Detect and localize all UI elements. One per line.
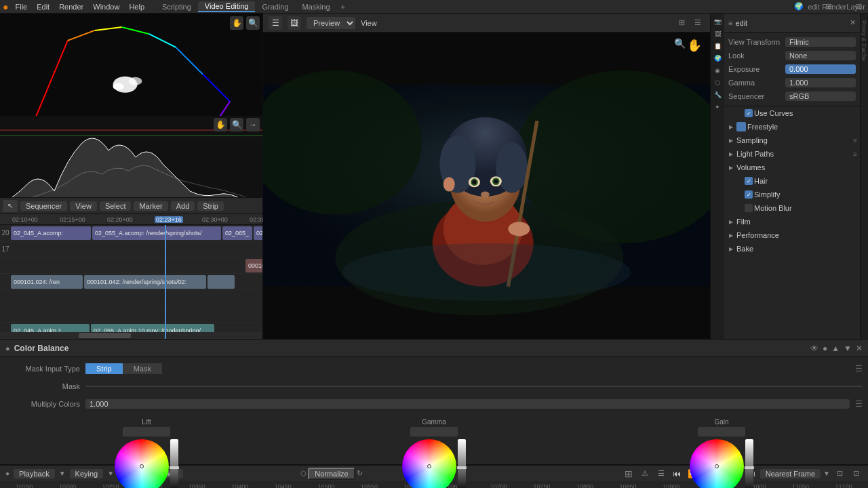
lift-color-wheel[interactable]	[115, 439, 169, 488]
pb-extra-icon2[interactable]: ⊡	[849, 467, 863, 481]
pb-icon1[interactable]: ⊞	[622, 467, 635, 481]
wf-hand-icon[interactable]: ✋	[214, 118, 227, 131]
view-layer-icon[interactable]: 📋	[712, 41, 723, 52]
pb-jump-start[interactable]: ⏮	[671, 469, 683, 479]
cb-close-icon[interactable]: ✕	[856, 344, 863, 353]
playback-btn[interactable]: Playback	[14, 469, 55, 479]
cb-down-icon[interactable]: ▼	[844, 344, 852, 353]
tree-hair[interactable]: ✓ Hair	[724, 174, 860, 188]
tree-simplify[interactable]: ✓ Simplify	[724, 188, 860, 201]
ws-masking[interactable]: Masking	[296, 2, 337, 12]
ws-grading[interactable]: Grading	[255, 2, 295, 12]
seq-scrollbar[interactable]	[0, 332, 262, 339]
preview-icon2[interactable]: ☰	[691, 16, 705, 30]
render-props-icon[interactable]: 📷	[712, 16, 723, 27]
strip-7[interactable]: 00010	[245, 259, 262, 272]
gamma-value[interactable]: 1.000	[785, 78, 856, 87]
cb-dot1-icon[interactable]: ●	[823, 344, 827, 353]
lift-input-bar[interactable]	[123, 427, 170, 436]
seq-add-btn[interactable]: Add	[171, 201, 195, 211]
gain-slider[interactable]	[745, 439, 753, 488]
object-props-icon[interactable]: ⬡	[712, 77, 723, 88]
simplify-checkbox[interactable]: ✓	[745, 190, 753, 199]
pb-icon3[interactable]: ☰	[654, 467, 668, 481]
cb-eye-icon[interactable]: 👁	[810, 344, 818, 353]
particles-icon[interactable]: ✦	[712, 102, 723, 113]
cb-multiply-menu[interactable]: ☰	[855, 399, 863, 409]
menu-edit[interactable]: Edit	[33, 2, 54, 12]
cb-mask-btn[interactable]: Mask	[123, 363, 162, 374]
preview-img-icon[interactable]: 🖼	[288, 16, 301, 30]
cb-expand-icon[interactable]: ●	[5, 344, 10, 352]
strip-10[interactable]: 000101.042: /render/spring/shots/02:	[84, 275, 206, 289]
seq-view-btn[interactable]: View	[70, 201, 97, 211]
tree-light-paths[interactable]: ▶ Light Paths ≡	[724, 147, 860, 161]
preview-mode-select[interactable]: Preview	[307, 17, 355, 29]
cb-up-icon[interactable]: ▲	[831, 344, 840, 353]
tree-use-curves[interactable]: ✓ Use Curves	[724, 106, 860, 120]
cb-side-menu[interactable]: ☰	[855, 364, 863, 373]
strip-1[interactable]: 02_045_A.acomp:	[11, 226, 91, 240]
seq-marker-btn[interactable]: Marker	[134, 201, 167, 211]
pb-icon2[interactable]: ⚠	[638, 467, 652, 481]
gain-color-wheel[interactable]	[690, 439, 744, 488]
ws-scripting[interactable]: Scripting	[155, 2, 198, 12]
ws-add[interactable]: +	[337, 2, 349, 12]
normalize-btn[interactable]: Normalize	[308, 468, 355, 480]
cb-strip-btn[interactable]: Strip	[85, 363, 123, 374]
gamma-slider[interactable]	[458, 439, 466, 488]
lift-slider[interactable]	[170, 439, 178, 488]
tree-bake[interactable]: ▶ Bake	[724, 242, 860, 256]
preview-menu-icon[interactable]: ☰	[269, 16, 282, 30]
strip-4[interactable]: 02_07	[254, 226, 262, 240]
strip-9[interactable]: 000101.024: /ren	[11, 275, 83, 289]
cb-mask-input[interactable]	[85, 386, 863, 387]
ws-video-editing[interactable]: Video Editing	[198, 1, 256, 12]
output-props-icon[interactable]: 🖼	[712, 28, 723, 39]
motion-blur-checkbox[interactable]	[745, 204, 753, 212]
seq-scrollbar-thumb[interactable]	[79, 333, 131, 338]
engine-icon[interactable]: 🌍	[792, 0, 806, 14]
view-transform-value[interactable]: Filmic	[785, 37, 856, 47]
cb-multiply-input[interactable]: 1.000	[85, 399, 850, 409]
use-curves-checkbox[interactable]: ✓	[745, 109, 753, 117]
normalize-refresh[interactable]: ↻	[357, 469, 363, 478]
scope-zoom-icon[interactable]: 🔍	[246, 16, 260, 30]
gamma-input-bar[interactable]	[410, 427, 458, 436]
exposure-value[interactable]: 0.000	[785, 64, 856, 74]
nearest-frame-arrow[interactable]: ▼	[823, 470, 830, 477]
menu-render[interactable]: Render	[55, 2, 87, 12]
strip-2[interactable]: 02_055_A.acomp: /render/spring/shots/	[92, 226, 221, 240]
panel-close-icon[interactable]: ✕	[850, 18, 856, 27]
seq-sequencer-btn[interactable]: Sequencer	[20, 201, 67, 211]
tree-volumes[interactable]: ▶ Volumes	[724, 161, 860, 174]
expand-icon[interactable]: ⊡	[852, 0, 865, 14]
sequencer-value[interactable]: sRGB	[785, 92, 856, 101]
keying-btn[interactable]: Keying	[70, 469, 104, 479]
tree-freestyle[interactable]: ▶ Freestyle	[724, 120, 860, 134]
menu-help[interactable]: Help	[125, 2, 149, 12]
preview-icon1[interactable]: ⊞	[675, 16, 688, 30]
scope-hand-icon[interactable]: ✋	[230, 16, 243, 30]
look-value[interactable]: None	[785, 51, 856, 60]
preview-area[interactable]: ✋ 🔍	[263, 33, 710, 339]
world-props-icon[interactable]: ◉	[712, 65, 723, 76]
wf-arrow-icon[interactable]: →	[246, 118, 260, 131]
seq-strip-btn[interactable]: Strip	[197, 201, 224, 211]
wf-zoom-icon[interactable]: 🔍	[230, 118, 243, 131]
strip-11[interactable]	[208, 275, 235, 289]
nearest-frame-btn[interactable]: Nearest Frame	[760, 469, 821, 479]
seq-select-btn[interactable]: Select	[100, 201, 132, 211]
tree-sampling[interactable]: ▶ Sampling ≡	[724, 134, 860, 147]
pb-extra-icon1[interactable]: ⊡	[833, 467, 846, 481]
scene-props-icon[interactable]: 🌍	[712, 53, 723, 64]
gain-input-bar[interactable]	[698, 427, 745, 436]
seq-cursor-icon[interactable]: ↖	[3, 200, 18, 212]
preview-view-label[interactable]: View	[361, 19, 377, 27]
strip-3[interactable]: 02_065_	[222, 226, 252, 240]
tree-motion-blur[interactable]: Motion Blur	[724, 201, 860, 215]
hair-checkbox[interactable]: ✓	[745, 177, 753, 185]
tree-performance[interactable]: ▶ Performance	[724, 228, 860, 242]
menu-window[interactable]: Window	[89, 2, 123, 12]
modifier-icon[interactable]: 🔧	[712, 89, 723, 100]
